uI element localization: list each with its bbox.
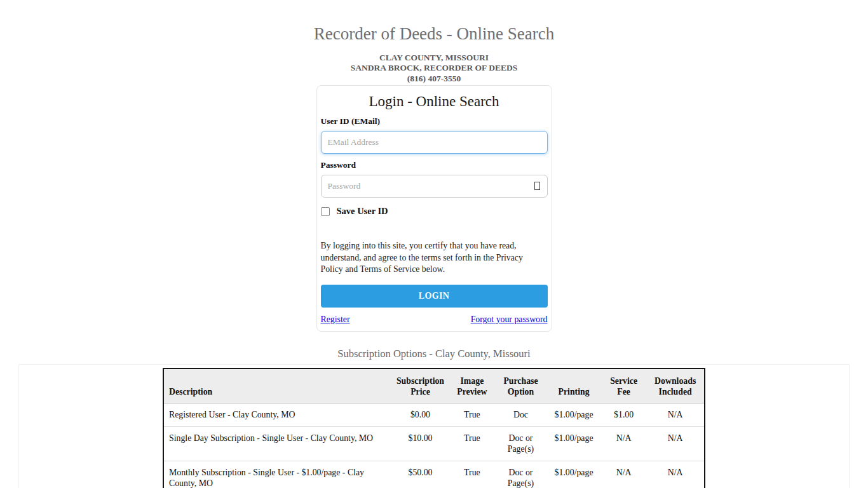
user-id-label: User ID (EMail) xyxy=(321,116,548,126)
column-header-subscription-price: Subscription Price xyxy=(391,369,449,403)
password-field-wrapper xyxy=(321,175,548,198)
column-header-purchase-option: Purchase Option xyxy=(495,369,547,403)
login-button[interactable]: LOGIN xyxy=(321,285,548,308)
password-reveal-icon[interactable] xyxy=(534,182,540,190)
save-user-id-row: Save User ID xyxy=(321,206,548,217)
subscription-panel: Description Subscription Price Image Pre… xyxy=(18,364,850,488)
column-header-image-preview: Image Preview xyxy=(449,369,495,403)
cell-printing: $1.00/page xyxy=(546,461,601,488)
column-header-printing: Printing xyxy=(546,369,601,403)
page-title: Recorder of Deeds - Online Search xyxy=(0,24,868,44)
table-row: Monthly Subscription - Single User - $1.… xyxy=(163,461,705,488)
county-info-block: CLAY COUNTY, MISSOURI SANDRA BROCK, RECO… xyxy=(0,53,868,84)
cell-subscription-price: $0.00 xyxy=(391,403,449,427)
cell-purchase-option: Doc or Page(s) xyxy=(495,426,547,461)
phone-number: (816) 407-3550 xyxy=(0,74,868,84)
links-row: Register Forgot your password xyxy=(321,315,548,326)
cell-image-preview: True xyxy=(449,461,495,488)
login-card: Login - Online Search User ID (EMail) Pa… xyxy=(316,85,552,332)
password-label: Password xyxy=(321,160,548,170)
table-row: Registered User - Clay County, MO $0.00 … xyxy=(163,403,705,427)
header-row: Description Subscription Price Image Pre… xyxy=(163,369,705,403)
cell-subscription-price: $50.00 xyxy=(391,461,449,488)
subscription-table-header: Description Subscription Price Image Pre… xyxy=(163,369,705,403)
login-title: Login - Online Search xyxy=(321,93,548,110)
cell-image-preview: True xyxy=(449,403,495,427)
cell-description: Monthly Subscription - Single User - $1.… xyxy=(163,461,391,488)
cell-service-fee: $1.00 xyxy=(601,403,646,427)
table-row: Single Day Subscription - Single User - … xyxy=(163,426,705,461)
cell-printing: $1.00/page xyxy=(546,426,601,461)
cell-description: Single Day Subscription - Single User - … xyxy=(163,426,391,461)
column-header-downloads-included: Downloads Included xyxy=(646,369,705,403)
cell-downloads-included: N/A xyxy=(646,403,705,427)
column-header-service-fee: Service Fee xyxy=(601,369,646,403)
cell-purchase-option: Doc xyxy=(495,403,547,427)
terms-text: By logging into this site, you certify t… xyxy=(321,240,548,276)
cell-downloads-included: N/A xyxy=(646,426,705,461)
column-header-description: Description xyxy=(163,369,391,403)
subscription-table-body: Registered User - Clay County, MO $0.00 … xyxy=(163,403,705,488)
cell-purchase-option: Doc or Page(s) xyxy=(495,461,547,488)
county-name: CLAY COUNTY, MISSOURI xyxy=(0,53,868,63)
cell-image-preview: True xyxy=(449,426,495,461)
cell-downloads-included: N/A xyxy=(646,461,705,488)
cell-subscription-price: $10.00 xyxy=(391,426,449,461)
register-link[interactable]: Register xyxy=(321,315,350,325)
recorder-name: SANDRA BROCK, RECORDER OF DEEDS xyxy=(0,63,868,73)
password-input[interactable] xyxy=(321,175,548,198)
forgot-password-link[interactable]: Forgot your password xyxy=(471,315,548,325)
cell-description: Registered User - Clay County, MO xyxy=(163,403,391,427)
save-user-id-label: Save User ID xyxy=(337,206,388,217)
cell-service-fee: N/A xyxy=(601,426,646,461)
save-user-id-checkbox[interactable] xyxy=(321,207,330,216)
cell-service-fee: N/A xyxy=(601,461,646,488)
user-id-input[interactable] xyxy=(321,131,548,154)
subscription-table: Description Subscription Price Image Pre… xyxy=(163,368,705,488)
subscription-options-title: Subscription Options - Clay County, Miss… xyxy=(0,348,868,360)
cell-printing: $1.00/page xyxy=(546,403,601,427)
